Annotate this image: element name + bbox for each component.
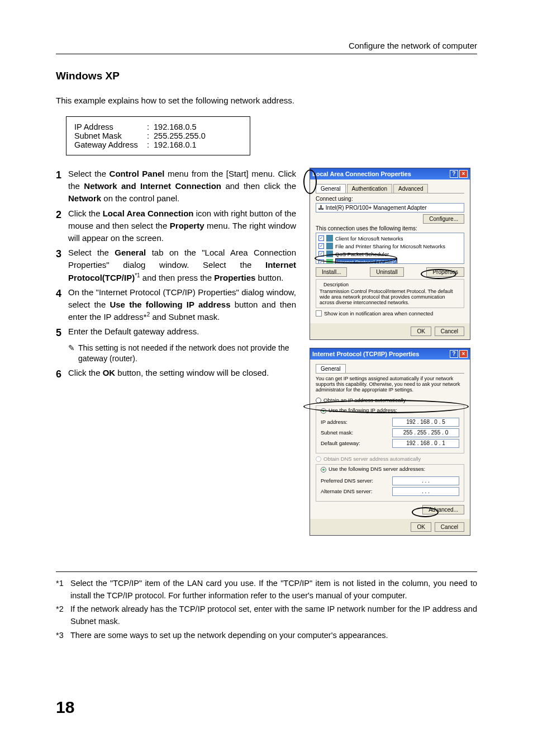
description-legend: Description (322, 282, 350, 287)
page-number: 18 (56, 698, 74, 717)
footnote-1: Select the "TCP/IP" item of the LAN card… (70, 578, 477, 602)
ok-button[interactable]: OK (411, 327, 431, 336)
step-1: Select the Control Panel menu from the [… (68, 168, 296, 205)
checkbox-icon[interactable]: ✓ (318, 243, 324, 249)
tab-authentication[interactable]: Authentication (347, 184, 392, 193)
list-item[interactable]: File and Printer Sharing for Microsoft N… (335, 243, 445, 249)
help-icon[interactable]: ? (450, 350, 458, 358)
connect-using-label: Connect using: (316, 196, 464, 202)
tab-general[interactable]: General (316, 364, 346, 373)
gateway-label: Gateway Address (74, 140, 147, 149)
step-number: 6 (56, 367, 68, 382)
address-box: IP Address:192.168.0.5 Subnet Mask:255.2… (66, 116, 250, 155)
close-icon[interactable]: × (459, 350, 468, 358)
cancel-button[interactable]: Cancel (435, 327, 464, 336)
step-number: 1 (56, 168, 68, 205)
tcpip-properties-dialog: Internet Protocol (TCP/IP) Properties ?×… (310, 348, 470, 536)
close-icon[interactable]: × (459, 170, 468, 178)
obtain-dns-label: Obtain DNS server address automatically (323, 456, 421, 462)
breadcrumb: Configure the network of computer (56, 41, 477, 50)
footnote-key: *3 (56, 630, 70, 642)
alt-dns-input[interactable]: . . . (392, 487, 459, 496)
help-icon[interactable]: ? (450, 170, 458, 178)
step-2: Click the Local Area Connection icon wit… (68, 207, 296, 245)
tab-advanced[interactable]: Advanced (393, 184, 428, 193)
footnote-key: *2 (56, 603, 70, 628)
show-icon-checkbox[interactable] (316, 310, 322, 316)
show-icon-label: Show icon in notification area when conn… (324, 310, 433, 316)
steps-list: 1Select the Control Panel menu from the … (56, 168, 296, 341)
subnet-label: Subnet Mask (74, 131, 147, 140)
step-6: Click the OK button, the setting window … (68, 367, 296, 382)
items-label: This connection uses the following items… (316, 225, 464, 231)
callout-ellipse (412, 507, 439, 517)
install-button[interactable]: Install... (316, 267, 347, 277)
step-number: 3 (56, 247, 68, 284)
callout-ellipse (421, 269, 456, 279)
subnet-value: 255.255.255.0 (154, 131, 206, 140)
pref-dns-label: Preferred DNS server: (321, 478, 373, 484)
ip-address-input[interactable]: 192 . 168 . 0 . 5 (392, 418, 459, 427)
pref-dns-input[interactable]: . . . (392, 476, 459, 485)
dialog-title: Local Area Connection Properties (312, 171, 411, 177)
tab-general[interactable]: General (316, 184, 346, 193)
dialog-title: Internet Protocol (TCP/IP) Properties (312, 351, 419, 357)
footnote-rule (56, 571, 477, 572)
gateway-input[interactable]: 192 . 168 . 0 . 1 (392, 439, 459, 448)
dialog-blurb: You can get IP settings assigned automat… (316, 376, 464, 393)
subnet-mask-input[interactable]: 255 . 255 . 255 . 0 (392, 428, 459, 437)
ip-address-label: IP address: (321, 419, 348, 425)
step-4: On the "Internet Protocol (TCP/IP) Prope… (68, 286, 296, 324)
callout-ellipse (303, 169, 317, 194)
cancel-button[interactable]: Cancel (435, 522, 464, 532)
printer-icon (326, 243, 333, 249)
ip-label: IP Address (74, 122, 147, 131)
step-3: Select the General tab on the "Local Are… (68, 247, 296, 284)
ok-button[interactable]: OK (411, 522, 431, 532)
intro-text: This example explains how to set the fol… (56, 96, 477, 105)
pencil-icon: ✎ (68, 343, 78, 365)
step-number: 5 (56, 325, 68, 341)
footnote-2: If the network already has the TCP/IP pr… (70, 603, 477, 628)
step-5-note: ✎This setting is not needed if the netwo… (68, 343, 296, 365)
subnet-mask-label: Subnet mask: (321, 429, 353, 436)
list-item[interactable]: Client for Microsoft Networks (335, 235, 403, 242)
header-rule (56, 54, 477, 54)
ip-value: 192.168.0.5 (154, 122, 197, 131)
obtain-dns-radio (316, 456, 321, 462)
callout-ellipse (315, 253, 397, 263)
lan-properties-dialog: Local Area Connection Properties ?× Gene… (310, 168, 470, 340)
footnote-3: There are some ways to set up the networ… (70, 630, 388, 642)
callout-ellipse (303, 400, 469, 413)
use-dns-radio[interactable] (321, 467, 326, 472)
client-icon (326, 235, 333, 242)
step-number: 4 (56, 286, 68, 324)
gateway-value: 192.168.0.1 (154, 140, 197, 149)
step-5: Enter the Default gateway address. (68, 325, 296, 341)
step-number: 2 (56, 207, 68, 245)
gateway-label: Default gateway: (321, 440, 360, 446)
alt-dns-label: Alternate DNS server: (321, 488, 372, 494)
use-dns-label: Use the following DNS server addresses: (329, 466, 425, 472)
footnote-key: *1 (56, 578, 70, 602)
checkbox-icon[interactable]: ✓ (318, 235, 324, 241)
description-text: Transmission Control Protocol/Internet P… (320, 289, 460, 305)
uninstall-button[interactable]: Uninstall (370, 267, 403, 277)
configure-button[interactable]: Configure... (423, 214, 464, 224)
section-heading: Windows XP (56, 70, 477, 82)
footnotes: *1Select the "TCP/IP" item of the LAN ca… (56, 578, 477, 642)
adapter-field: 🖧 Intel(R) PRO/100+ Management Adapter (316, 203, 464, 212)
